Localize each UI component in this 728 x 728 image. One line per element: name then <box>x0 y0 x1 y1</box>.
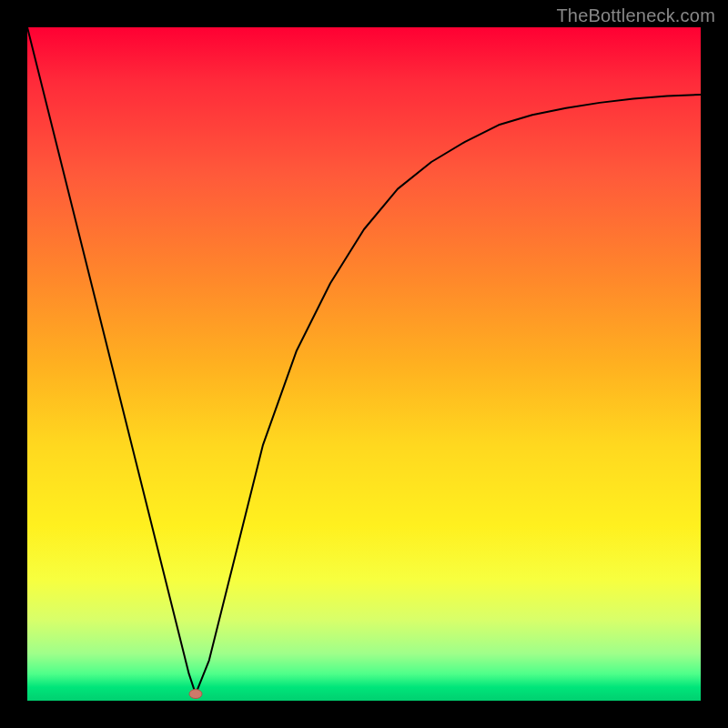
plot-area <box>27 27 701 701</box>
watermark-text: TheBottleneck.com <box>556 5 715 26</box>
bottleneck-curve <box>27 27 701 694</box>
chart-frame: TheBottleneck.com <box>0 0 728 728</box>
optimum-marker <box>189 690 202 699</box>
curve-layer <box>27 27 701 701</box>
